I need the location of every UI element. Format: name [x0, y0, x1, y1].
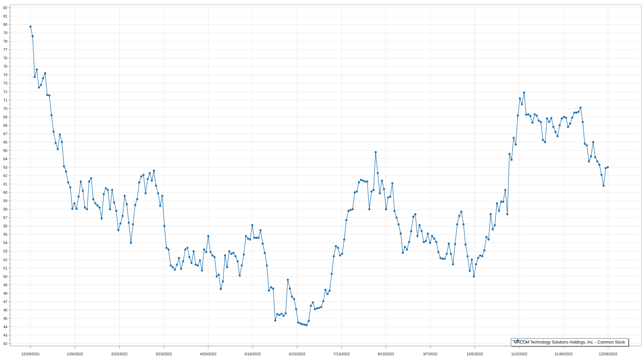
svg-text:75: 75 — [3, 64, 7, 68]
svg-text:65: 65 — [3, 148, 7, 153]
svg-text:77: 77 — [3, 48, 7, 52]
svg-text:11/30/2022: 11/30/2022 — [554, 352, 573, 356]
svg-text:12/28/2022: 12/28/2022 — [599, 352, 617, 356]
svg-text:78: 78 — [3, 39, 7, 43]
x-axis: 12/29/20211/26/20222/23/20223/23/20224/2… — [21, 346, 617, 356]
svg-text:11/2/2022: 11/2/2022 — [511, 352, 527, 356]
svg-text:49: 49 — [3, 283, 7, 287]
svg-text:74: 74 — [3, 73, 7, 77]
svg-text:58: 58 — [3, 207, 7, 211]
svg-text:61: 61 — [3, 182, 7, 186]
svg-text:67: 67 — [3, 132, 7, 136]
legend-box: MACOM Technology Solutions Holdings, Inc… — [511, 338, 629, 346]
legend-series-marker-icon — [511, 339, 525, 343]
svg-text:8/10/2022: 8/10/2022 — [378, 352, 394, 356]
svg-text:2/23/2022: 2/23/2022 — [111, 352, 127, 356]
svg-text:12/29/2021: 12/29/2021 — [21, 352, 40, 356]
svg-text:53: 53 — [3, 249, 7, 253]
svg-text:70: 70 — [3, 107, 7, 111]
svg-text:3/23/2022: 3/23/2022 — [156, 352, 172, 356]
svg-text:6/15/2022: 6/15/2022 — [289, 352, 305, 356]
chart-window: 4243444546474849505152535455565758596061… — [0, 0, 644, 362]
svg-text:66: 66 — [3, 140, 7, 144]
svg-text:48: 48 — [3, 291, 7, 295]
svg-text:10/5/2022: 10/5/2022 — [467, 352, 483, 356]
svg-text:5/18/2022: 5/18/2022 — [245, 352, 261, 356]
svg-text:64: 64 — [3, 157, 7, 161]
svg-text:54: 54 — [3, 241, 7, 245]
svg-text:72: 72 — [3, 90, 7, 94]
svg-text:56: 56 — [3, 224, 7, 228]
svg-text:62: 62 — [3, 174, 7, 178]
svg-text:60: 60 — [3, 190, 7, 194]
svg-text:44: 44 — [3, 325, 7, 329]
svg-text:52: 52 — [3, 258, 7, 262]
svg-text:51: 51 — [3, 266, 7, 270]
svg-text:68: 68 — [3, 123, 7, 127]
y-gridlines — [10, 8, 641, 344]
svg-text:69: 69 — [3, 115, 7, 119]
svg-text:7/13/2022: 7/13/2022 — [333, 352, 350, 356]
svg-text:9/7/2022: 9/7/2022 — [423, 352, 438, 356]
svg-text:55: 55 — [3, 232, 7, 236]
svg-text:80: 80 — [3, 22, 7, 26]
svg-text:71: 71 — [3, 98, 7, 102]
stock-price-chart: 4243444546474849505152535455565758596061… — [0, 0, 644, 362]
svg-text:43: 43 — [3, 333, 7, 337]
svg-text:1/26/2022: 1/26/2022 — [67, 352, 83, 356]
svg-text:50: 50 — [3, 275, 7, 279]
svg-text:82: 82 — [3, 6, 7, 10]
svg-text:59: 59 — [3, 199, 7, 203]
svg-text:79: 79 — [3, 31, 7, 35]
svg-text:81: 81 — [3, 14, 7, 18]
svg-text:73: 73 — [3, 81, 7, 85]
svg-text:47: 47 — [3, 300, 7, 304]
svg-text:46: 46 — [3, 308, 7, 312]
y-axis: 4243444546474849505152535455565758596061… — [3, 6, 10, 346]
svg-text:45: 45 — [3, 316, 7, 320]
svg-text:57: 57 — [3, 216, 7, 220]
plot-area — [10, 5, 641, 346]
legend-series-label: MACOM Technology Solutions Holdings, Inc… — [514, 340, 625, 345]
svg-text:63: 63 — [3, 165, 7, 169]
svg-text:76: 76 — [3, 56, 7, 60]
svg-text:4/20/2022: 4/20/2022 — [200, 352, 216, 356]
svg-text:42: 42 — [3, 342, 7, 346]
